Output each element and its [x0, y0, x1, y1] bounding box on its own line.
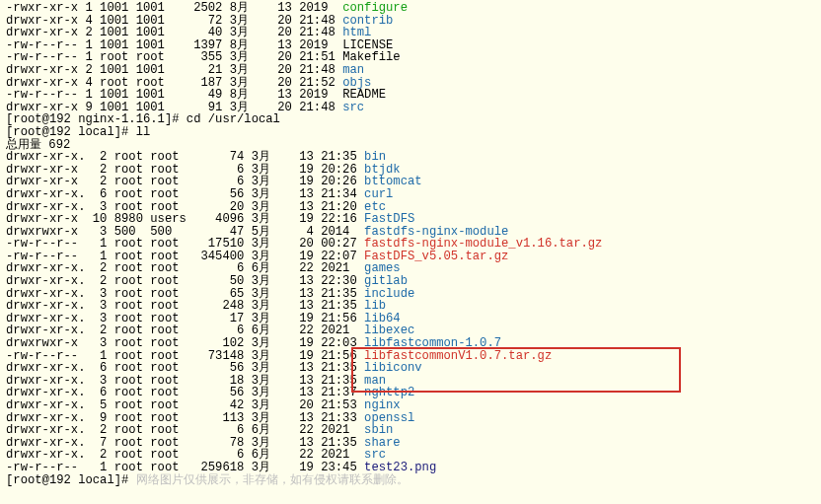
file-name: src	[342, 101, 364, 114]
shell-prompt-line: [root@192 local]# 网络图片仅供展示，非存储，如有侵权请联系删除…	[6, 474, 817, 487]
shell-prompt-line: [root@192 local]# ll	[6, 126, 817, 139]
terminal-output: -rwxr-xr-x 1 1001 1001 2502 8月 13 2019 c…	[0, 0, 821, 490]
watermark-text: 网络图片仅供展示，非存储，如有侵权请联系删除。	[136, 473, 409, 487]
